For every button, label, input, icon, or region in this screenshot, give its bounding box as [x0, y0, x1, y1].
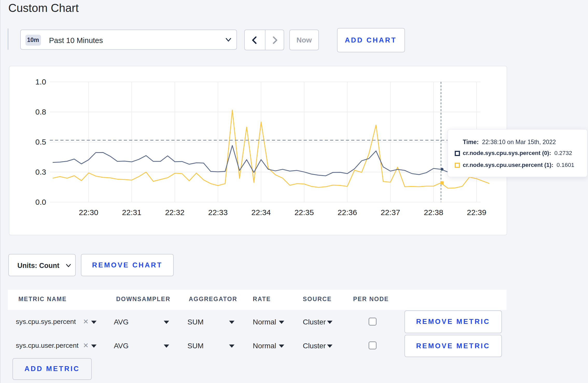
svg-text:22:36: 22:36 [337, 208, 357, 217]
svg-text:22:38: 22:38 [424, 208, 443, 217]
svg-text:0.3: 0.3 [35, 168, 46, 176]
svg-text:22:37: 22:37 [380, 208, 400, 217]
svg-text:22:39: 22:39 [467, 208, 486, 217]
svg-text:22:30: 22:30 [79, 208, 98, 217]
svg-text:0.5: 0.5 [35, 138, 46, 146]
svg-text:0.8: 0.8 [35, 108, 46, 116]
svg-text:22:33: 22:33 [208, 208, 227, 217]
svg-text:22:31: 22:31 [122, 208, 141, 217]
svg-text:0.0: 0.0 [35, 198, 46, 206]
svg-text:22:35: 22:35 [294, 208, 314, 217]
svg-text:1.0: 1.0 [35, 77, 46, 86]
svg-text:22:34: 22:34 [251, 208, 270, 217]
svg-text:22:32: 22:32 [165, 208, 184, 217]
